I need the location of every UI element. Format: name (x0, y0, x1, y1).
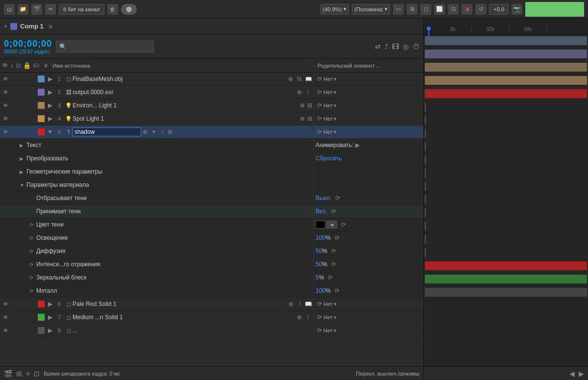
zoom-dropdown[interactable]: (40.9%) ▾ (320, 4, 349, 15)
parent-dd-4[interactable]: ▾ (334, 116, 337, 122)
prop-val-metal[interactable]: 100 (316, 287, 325, 294)
mask-mode-icon[interactable]: ◎ (403, 43, 409, 51)
expand-3[interactable]: ▶ (46, 102, 54, 109)
cycle-6[interactable]: ⟳ (316, 301, 323, 307)
bottom-mode[interactable]: Перекл. выключ./режимы (356, 371, 419, 377)
camera-icon[interactable]: 📷 (512, 4, 522, 15)
render-icon[interactable]: 🎞 (392, 43, 399, 51)
lc-pen-5[interactable]: / (159, 128, 167, 135)
arrow-btn-shadow[interactable]: ➜ (326, 221, 337, 228)
expand-6[interactable]: ▶ (46, 301, 54, 307)
prop-expand-geo[interactable]: ▶ (20, 169, 26, 175)
timecode-main[interactable]: 0;00;00;00 (4, 39, 52, 49)
prop-reset-transform[interactable]: Сбросить (316, 155, 342, 162)
parent-dd-8[interactable]: ▾ (334, 328, 337, 334)
lc-pen-2[interactable]: / (304, 89, 312, 96)
preview-icon[interactable]: 🎬 (31, 4, 42, 15)
lc-pen-7[interactable]: / (304, 314, 312, 321)
region-icon[interactable]: ▭ (393, 4, 404, 15)
color-value[interactable]: +0.0 (489, 4, 509, 15)
comp-tab-close[interactable]: × (4, 23, 7, 30)
camera-tools[interactable]: ⊡ (448, 4, 459, 15)
eye-icon-1[interactable]: 👁 (1, 76, 10, 82)
prop-val-cast[interactable]: Выкл. (316, 195, 331, 202)
expand-1[interactable]: ▶ (46, 76, 54, 82)
prop-expand-transform[interactable]: ▶ (20, 156, 26, 161)
lc-transform-1[interactable]: ⊕ (287, 76, 294, 82)
tl-bar-1[interactable] (425, 36, 587, 45)
cycle-lit[interactable]: ⟳ (335, 234, 340, 241)
lc-book-6[interactable]: 📖 (305, 301, 312, 307)
comp-tab-title[interactable]: Comp 1 (20, 23, 44, 30)
bottom-icon-1[interactable]: 🎬 (4, 370, 12, 378)
quality-dropdown[interactable]: (Половина) ▾ (352, 4, 390, 15)
cycle-8[interactable]: ⟳ (316, 327, 323, 334)
eye-icon-4[interactable]: 👁 (1, 116, 10, 122)
refresh-icon[interactable]: ↺ (475, 4, 486, 15)
lc-link-3[interactable]: ⊞ (307, 102, 312, 109)
eye-icon-8[interactable]: 👁 (1, 328, 10, 333)
tl-bar-3[interactable] (425, 63, 587, 72)
tl-bar-7[interactable] (425, 275, 587, 283)
cycle-7[interactable]: ⟳ (316, 314, 323, 321)
lc-transform-3[interactable]: ⊕ (298, 102, 306, 109)
prop-animate-btn-text[interactable]: ▶ (355, 142, 360, 149)
tl-bar-6[interactable] (425, 261, 587, 270)
bottom-icon-3[interactable]: ≡ (26, 370, 30, 378)
lc-transform-2[interactable]: ⊕ (295, 89, 303, 96)
expand-4[interactable]: ▶ (46, 115, 54, 122)
tl-bar-4[interactable] (425, 76, 587, 85)
cycle-2[interactable]: ⟳ (316, 89, 323, 96)
bit-depth-btn[interactable]: 8 бит на канал (59, 4, 104, 15)
cycle-4[interactable]: ⟳ (316, 115, 323, 122)
prop-val-diff[interactable]: 50 (316, 248, 322, 254)
lc-transform-5[interactable]: ⊕ (141, 128, 149, 135)
cycle-1[interactable]: ⟳ (316, 76, 323, 82)
search-input[interactable] (69, 44, 150, 50)
cycle-shin[interactable]: ⟳ (328, 274, 333, 281)
lc-star-5[interactable]: ✦ (150, 128, 158, 135)
color-wheel-icon[interactable]: ◑ (462, 4, 472, 15)
grid-icon[interactable]: ⊞ (407, 4, 417, 15)
prop-val-shin[interactable]: 5 (316, 274, 319, 281)
lc-transform-7[interactable]: ⊕ (295, 314, 303, 321)
trash-icon[interactable]: 🗑 (107, 4, 118, 15)
shape-icon[interactable]: ◻ (420, 4, 431, 15)
tl-bar-2[interactable] (425, 50, 587, 58)
parent-dd-6[interactable]: ▾ (334, 301, 337, 307)
parent-dd-5[interactable]: ▾ (334, 129, 337, 135)
eye-icon-5[interactable]: 👁 (1, 129, 10, 135)
cycle-5[interactable]: ⟳ (316, 128, 323, 135)
expand-7[interactable]: ▶ (46, 314, 54, 321)
parent-dd-7[interactable]: ▾ (334, 314, 337, 321)
lc-transform-4[interactable]: ⊕ (298, 115, 306, 122)
transfer-icon[interactable]: ⇄ (375, 43, 381, 51)
prop-val-recv[interactable]: Вкл. (316, 208, 327, 215)
tl-bar-5[interactable] (425, 89, 587, 98)
lc-pen-6[interactable]: / (296, 301, 304, 307)
cycle-spec[interactable]: ⟳ (331, 261, 336, 268)
lc-fx-1[interactable]: fx (295, 76, 303, 82)
pen-icon[interactable]: ✏ (45, 4, 56, 15)
color-swatch-shadow[interactable] (316, 221, 325, 228)
comp-tab-menu[interactable]: ≡ (49, 23, 52, 30)
eye-icon-3[interactable]: 👁 (1, 102, 10, 108)
cycle-sc[interactable]: ⟳ (341, 221, 346, 228)
cycle-metal[interactable]: ⟳ (335, 287, 340, 294)
bottom-icon-4[interactable]: ⊡ (34, 370, 40, 378)
expand-8[interactable]: ▶ (46, 327, 54, 334)
tl-bottom-icon-2[interactable]: ▶ (579, 370, 584, 378)
toggle-icon[interactable]: ⬤ (121, 4, 137, 15)
lc-link-5[interactable]: ⊞ (168, 128, 172, 135)
lc-link-4[interactable]: ⊞ (307, 115, 312, 122)
bottom-icon-2[interactable]: ⊞ (16, 370, 22, 378)
expand-5[interactable]: ▼ (46, 128, 54, 135)
cycle-diff[interactable]: ⟳ (331, 248, 336, 254)
folder-icon[interactable]: 📁 (18, 4, 28, 15)
tl-bottom-icon-1[interactable]: ◀ (569, 370, 575, 378)
eye-icon-2[interactable]: 👁 (1, 89, 10, 95)
mask-icon[interactable]: ⬜ (434, 4, 445, 15)
parent-dd-1[interactable]: ▾ (334, 76, 337, 82)
cycle-cast[interactable]: ⟳ (335, 195, 340, 202)
prop-expand-text[interactable]: ▶ (20, 143, 26, 148)
